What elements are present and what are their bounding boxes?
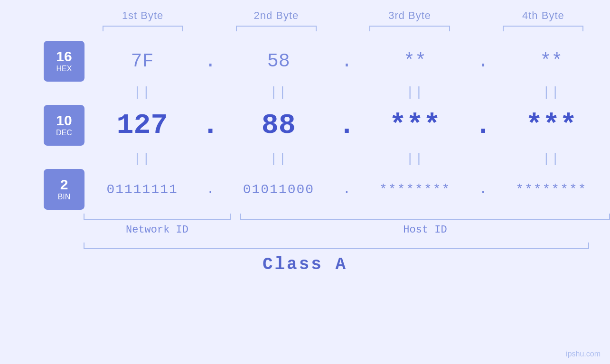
- eq1-b4: ||: [543, 85, 561, 100]
- dec-dot3: .: [474, 109, 493, 141]
- byte4-header-cell: 4th Byte: [477, 9, 610, 22]
- eq2-b2: ||: [270, 151, 288, 166]
- bin-row: 2 BIN 01111111 . 01011000 . ******** .: [0, 168, 610, 211]
- bin-b3-cell: ********: [357, 182, 474, 197]
- eq1-b2: ||: [270, 85, 288, 100]
- hex-b3-cell: **: [357, 51, 474, 72]
- sep-dec-bin: || || || ||: [0, 149, 610, 168]
- class-label-row: Class A: [0, 255, 610, 274]
- host-bracket: [240, 214, 610, 220]
- dec-data-area: 127 . 88 . *** . ***: [84, 109, 610, 141]
- bin-base-label: BIN: [58, 193, 71, 201]
- bin-b1-value: 01111111: [106, 182, 178, 197]
- hex-dot1: .: [201, 51, 220, 72]
- hex-b3-value: **: [404, 51, 426, 72]
- network-id-label: Network ID: [126, 224, 188, 236]
- bottom-brackets-row: [84, 214, 610, 220]
- bin-b3-value: ********: [379, 182, 450, 197]
- bracket2-container: [209, 26, 343, 31]
- dec-dot1: .: [201, 109, 220, 141]
- bin-data-area: 01111111 . 01011000 . ******** . *******…: [84, 182, 610, 197]
- dec-row: 10 DEC 127 . 88 . *** . ***: [0, 102, 610, 149]
- eq2-b3: ||: [406, 151, 424, 166]
- bracket2: [236, 26, 317, 31]
- byte2-header-cell: 2nd Byte: [209, 9, 343, 22]
- bin-b2-cell: 01011000: [220, 182, 337, 197]
- full-bottom-bracket: [84, 243, 589, 249]
- byte2-label: 2nd Byte: [253, 9, 299, 21]
- bin-b2-value: 01011000: [243, 182, 314, 197]
- bin-base-num: 2: [60, 177, 68, 192]
- hex-b2-cell: 58: [220, 51, 337, 72]
- hex-row: 16 HEX 7F . 58 . ** . **: [0, 40, 610, 83]
- host-id-label-cell: Host ID: [240, 224, 610, 236]
- bin-dot1: .: [201, 182, 220, 197]
- bin-b4-value: ********: [516, 182, 587, 197]
- network-bracket: [84, 214, 231, 220]
- sep-hex-dec: || || || ||: [0, 83, 610, 102]
- dec-base-num: 10: [56, 113, 72, 128]
- main-container: 1st Byte 2nd Byte 3rd Byte 4th Byte: [0, 0, 610, 364]
- bracket1: [103, 26, 183, 31]
- byte3-header-cell: 3rd Byte: [343, 9, 477, 22]
- hex-base-label: HEX: [56, 65, 72, 73]
- dec-dot2: .: [338, 109, 357, 141]
- bin-b1-cell: 01111111: [84, 182, 201, 197]
- dec-b4-value: ***: [526, 109, 577, 141]
- dec-badge: 10 DEC: [44, 105, 84, 146]
- bracket3: [369, 26, 450, 31]
- class-label: Class A: [263, 255, 347, 274]
- byte3-label: 3rd Byte: [388, 9, 431, 21]
- eq2-b4: ||: [543, 151, 561, 166]
- bin-b4-cell: ********: [493, 182, 610, 197]
- hex-b2-value: 58: [267, 51, 290, 72]
- eq1-b1: ||: [133, 85, 151, 100]
- dec-b4-cell: ***: [493, 109, 610, 141]
- hex-dot2: .: [338, 51, 357, 72]
- bracket1-container: [76, 26, 209, 31]
- top-brackets-row: [0, 26, 610, 31]
- bracket3-container: [343, 26, 477, 31]
- network-id-label-cell: Network ID: [84, 224, 231, 236]
- dec-b1-value: 127: [117, 109, 168, 141]
- dec-b3-value: ***: [389, 109, 441, 141]
- byte1-label: 1st Byte: [122, 9, 163, 21]
- bracket4: [503, 26, 583, 31]
- byte1-header-cell: 1st Byte: [76, 9, 209, 22]
- dec-b1-cell: 127: [84, 109, 201, 141]
- dec-b2-cell: 88: [220, 109, 337, 141]
- bracket4-container: [477, 26, 610, 31]
- hex-b1-value: 7F: [131, 51, 154, 72]
- hex-b4-value: **: [540, 51, 563, 72]
- dec-base-label: DEC: [56, 129, 72, 137]
- sep-dec-bin-area: || || || ||: [84, 150, 610, 167]
- network-host-bracket-section: Network ID Host ID: [0, 214, 610, 236]
- bin-dot2: .: [338, 182, 357, 197]
- hex-badge: 16 HEX: [44, 41, 84, 82]
- byte-headers-row: 1st Byte 2nd Byte 3rd Byte 4th Byte: [0, 0, 610, 22]
- eq1-b3: ||: [406, 85, 424, 100]
- watermark: ipshu.com: [566, 350, 601, 358]
- hex-base-num: 16: [56, 49, 72, 64]
- host-id-label: Host ID: [403, 224, 447, 236]
- hex-data-area: 7F . 58 . ** . **: [84, 51, 610, 72]
- hex-b1-cell: 7F: [84, 51, 201, 72]
- bin-badge-area: 2 BIN: [22, 169, 84, 210]
- bin-badge: 2 BIN: [44, 169, 84, 210]
- full-bracket-section: [0, 243, 610, 249]
- byte4-label: 4th Byte: [522, 9, 564, 21]
- hex-dot3: .: [474, 51, 493, 72]
- dec-b3-cell: ***: [357, 109, 474, 141]
- hex-badge-area: 16 HEX: [22, 41, 84, 82]
- network-host-labels-row: Network ID Host ID: [84, 224, 610, 236]
- dec-b2-value: 88: [262, 109, 296, 141]
- bin-dot3: .: [474, 182, 493, 197]
- byte-headers-section: 1st Byte 2nd Byte 3rd Byte 4th Byte: [0, 0, 610, 31]
- dec-badge-area: 10 DEC: [22, 105, 84, 146]
- hex-b4-cell: **: [493, 51, 610, 72]
- sep-hex-dec-area: || || || ||: [84, 84, 610, 101]
- eq2-b1: ||: [133, 151, 151, 166]
